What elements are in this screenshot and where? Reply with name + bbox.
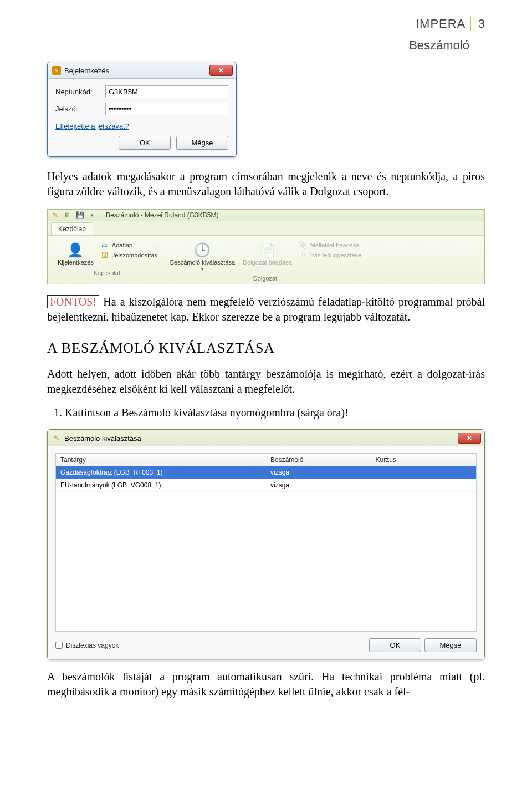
app-title: Beszámoló - Mezei Roland (G3KB5M) — [106, 211, 218, 219]
cancel-button[interactable]: Mégse — [176, 136, 228, 150]
fontos-badge: FONTOS! — [47, 295, 99, 308]
clock-icon: 🕒 — [193, 241, 211, 259]
password-label: Jelszó: — [55, 105, 105, 113]
pencil-icon[interactable]: ✎ — [51, 211, 60, 220]
close-button[interactable]: ✕ — [209, 65, 233, 76]
pause-icon: ⏸ — [299, 251, 308, 260]
page-subtitle: Beszámoló — [47, 38, 485, 53]
logout-button[interactable]: 👤 Kijelentkezés — [57, 240, 95, 267]
steps-list: Kattintson a Beszámoló kiválasztása nyom… — [47, 406, 485, 419]
dolgozat-beadasa-button[interactable]: 📄 Dolgozat beadása — [242, 240, 293, 267]
pencil-icon: ✎ — [52, 66, 61, 75]
user-icon: 👤 — [66, 241, 84, 259]
group-kapcsolat: 👤 Kijelentkezés ▭ Adatlap ⚿ Jelszómódosí… — [51, 238, 163, 283]
forgot-password-link[interactable]: Elfelejtette a jelszavát? — [55, 122, 129, 130]
col-kurzus[interactable]: Kurzus — [371, 454, 477, 466]
iras-felfuggesztese-button[interactable]: ⏸ Írás felfüggesztése — [299, 250, 361, 260]
selection-titlebar: ✎ Beszámoló kiválasztása ✕ — [48, 430, 484, 446]
group-dolgozat: 🕒 Beszámoló kiválasztása ▾ 📄 Dolgozat be… — [163, 238, 367, 283]
close-button[interactable]: ✕ — [458, 433, 481, 444]
paragraph-2: FONTOS! Ha a kiszolgálóra nem megfelelő … — [47, 294, 485, 324]
login-titlebar: ✎ Bejelentkezés ✕ — [48, 62, 236, 79]
save-icon[interactable]: 💾 — [75, 211, 84, 220]
login-dialog: ✎ Bejelentkezés ✕ Neptunkód: Jelszó: Elf… — [47, 62, 237, 157]
page-header: IMPERA 3 — [47, 0, 485, 39]
ok-button[interactable]: OK — [119, 136, 171, 150]
quick-access-toolbar: ✎ 🗎 💾 ▾ — [51, 211, 96, 220]
attachment-icon: 📎 — [299, 241, 308, 250]
neptun-label: Neptunkód: — [55, 88, 105, 96]
tab-kezdolap[interactable]: Kezdőlap — [51, 222, 93, 235]
table-header: Tantárgy Beszámoló Kurzus — [56, 454, 476, 466]
chevron-down-icon: ▾ — [201, 266, 204, 272]
chevron-down-icon[interactable]: ▾ — [88, 211, 96, 220]
selection-dialog: ✎ Beszámoló kiválasztása ✕ Tantárgy Besz… — [47, 429, 485, 659]
section-title: A BESZÁMOLÓ KIVÁLASZTÁSA — [47, 340, 485, 357]
new-icon[interactable]: 🗎 — [63, 211, 72, 220]
login-title: Bejelentkezés — [64, 67, 209, 75]
table-row[interactable]: EU-tanulmányok (LGB_VG008_1) vizsga — [56, 479, 476, 492]
paragraph-1: Helyes adatok megadásakor a program címs… — [47, 169, 485, 199]
neptun-input[interactable] — [105, 85, 228, 98]
paragraph-3: Adott helyen, adott időben akár több tan… — [47, 367, 485, 397]
col-tantargy[interactable]: Tantárgy — [56, 454, 266, 466]
cancel-button[interactable]: Mégse — [424, 638, 477, 652]
col-beszamolo[interactable]: Beszámoló — [266, 454, 371, 466]
melleklet-beadasa-button[interactable]: 📎 Melléklet beadása — [299, 240, 361, 250]
page-number: 3 — [474, 17, 485, 31]
beszamolo-kivalasztasa-button[interactable]: 🕒 Beszámoló kiválasztása ▾ — [169, 240, 236, 273]
jelszomodositas-button[interactable]: ⚿ Jelszómódosítás — [100, 250, 157, 260]
adatlap-button[interactable]: ▭ Adatlap — [100, 240, 157, 250]
paragraph-4: A beszámolók listáját a program automati… — [47, 669, 485, 699]
selection-list: Tantárgy Beszámoló Kurzus Gazdaságföldra… — [55, 453, 477, 632]
selection-title: Beszámoló kiválasztása — [64, 434, 458, 443]
ok-button[interactable]: OK — [369, 638, 421, 652]
password-input[interactable] — [105, 103, 228, 115]
card-icon: ▭ — [100, 241, 109, 250]
pencil-icon: ✎ — [52, 434, 61, 443]
dyslexia-checkbox[interactable]: Diszlexiás vagyok — [55, 642, 119, 649]
table-row[interactable]: Gazdaságföldrajz (LGB_RT003_1) vizsga — [56, 466, 476, 479]
brand-label: IMPERA — [416, 17, 471, 31]
ribbon: ✎ 🗎 💾 ▾ Beszámoló - Mezei Roland (G3KB5M… — [47, 209, 485, 284]
key-icon: ⚿ — [100, 251, 109, 260]
document-icon: 📄 — [259, 241, 277, 259]
step-1: Kattintson a Beszámoló kiválasztása nyom… — [65, 406, 485, 419]
